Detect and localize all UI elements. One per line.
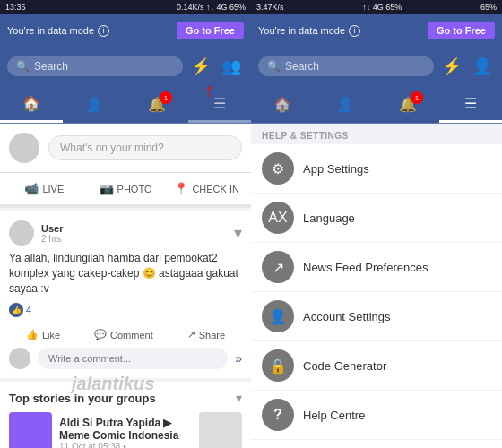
go-free-btn-left[interactable]: Go to Free <box>177 22 244 39</box>
search-placeholder-right: Search <box>285 60 319 73</box>
tab-friends-right[interactable]: 👤 <box>314 86 376 123</box>
messenger-icon-left[interactable]: ⚡ <box>188 54 213 79</box>
group-image-right <box>199 412 242 448</box>
comment-input[interactable] <box>38 348 228 369</box>
share-action-icon: ↗ <box>187 329 195 340</box>
menu-label-app-settings: App Settings <box>303 162 369 176</box>
comment-btn[interactable]: 💬 Comment <box>94 329 153 340</box>
groups-chevron-icon[interactable]: ▾ <box>236 391 242 405</box>
user-avatar <box>9 133 39 163</box>
go-free-btn-right[interactable]: Go to Free <box>428 22 495 39</box>
code-generator-icon: 🔒 <box>262 349 294 382</box>
menu-item-news-feed[interactable]: ↗ News Feed Preferences <box>251 243 502 292</box>
post-item: User 2 hrs ▾ Ya allah, lindungilah hamba… <box>0 211 251 378</box>
like-count: 👍 4 <box>9 303 242 317</box>
left-panel: 13:35 0.14K/s ↑↓ 4G 65% You're in data m… <box>0 0 251 448</box>
status-icons-left: 0.14K/s ↑↓ 4G 65% <box>177 3 246 12</box>
menu-label-account-settings: Account Settings <box>303 310 391 323</box>
post-meta: User 2 hrs <box>41 223 63 244</box>
post-chevron-down-icon[interactable]: ▾ <box>234 223 242 243</box>
app-settings-icon: ⚙ <box>262 152 294 185</box>
data-mode-bar-right: You're in data mode i Go to Free <box>251 14 502 47</box>
menu-label-help-centre: Help Centre <box>303 409 365 422</box>
live-icon: 📹 <box>24 182 39 195</box>
friends-tab-icon: 👤 <box>85 96 103 113</box>
notification-badge: 1 <box>160 91 172 104</box>
data-mode-text-right: You're in data mode i <box>258 25 360 37</box>
post-avatar <box>9 220 34 246</box>
menu-item-activity-log[interactable]: ☰ Activity Log <box>251 440 502 448</box>
checkin-icon: 📍 <box>174 182 188 195</box>
right-panel: 3.47K/s ↑↓ 4G 65% 65% You're in data mod… <box>251 0 502 448</box>
friends-icon-left[interactable]: 👥 <box>219 54 244 79</box>
notification-badge-right: 1 <box>411 91 423 104</box>
menu-item-account-settings[interactable]: 👤 Account Settings <box>251 292 502 341</box>
menu-label-code-generator: Code Generator <box>303 359 386 373</box>
menu-item-language[interactable]: AX Language <box>251 194 502 243</box>
tab-notifications[interactable]: 🔔 1 <box>126 86 188 123</box>
status-bar-right: 3.47K/s ↑↓ 4G 65% 65% <box>251 0 502 14</box>
tab-hamburger-right[interactable]: ☰ <box>439 86 502 123</box>
friends-icon-right: 👤 <box>336 96 354 113</box>
people-icon-right[interactable]: 👤 <box>470 54 495 79</box>
home-icon-right: 🏠 <box>273 96 291 113</box>
search-icon-right: 🔍 <box>267 60 281 73</box>
menu-item-app-settings[interactable]: ⚙ App Settings <box>251 144 502 194</box>
share-btn[interactable]: ↗ Share <box>187 329 225 340</box>
tab-notifications-right[interactable]: 🔔 1 <box>376 86 439 123</box>
data-mode-bar-left: You're in data mode i Go to Free <box>0 14 251 47</box>
comment-action-icon: 💬 <box>94 329 107 340</box>
search-box-left[interactable]: 🔍 Search <box>7 56 183 76</box>
search-box-right[interactable]: 🔍 Search <box>258 56 434 76</box>
post-actions: 👍 Like 💬 Comment ↗ Share <box>9 323 242 340</box>
menu-item-help-centre[interactable]: ? Help Centre <box>251 391 502 440</box>
mind-input[interactable]: What's on your mind? <box>48 135 242 160</box>
send-icon[interactable]: » <box>235 351 242 366</box>
menu-section-title: HELP & SETTINGS <box>251 124 502 144</box>
like-btn[interactable]: 👍 Like <box>26 329 60 340</box>
status-bar-left: 13:35 0.14K/s ↑↓ 4G 65% <box>0 0 251 14</box>
action-buttons-row: 📹 LIVE 📷 PHOTO 📍 CHECK IN <box>0 173 251 208</box>
battery-right: 65% <box>480 3 497 12</box>
data-mode-text-left: You're in data mode i <box>7 25 109 37</box>
post-username: User <box>41 223 63 234</box>
groups-header: Top stories in your groups ▾ <box>9 391 242 405</box>
menu-label-language: Language <box>303 211 355 225</box>
comment-avatar <box>9 348 30 369</box>
group-item[interactable]: Aldi Si Putra Yapida ▶ Meme Comic Indone… <box>9 412 242 448</box>
settings-menu: HELP & SETTINGS ⚙ App Settings AX Langua… <box>251 124 502 448</box>
messenger-icon-right[interactable]: ⚡ <box>439 54 464 79</box>
post-header: User 2 hrs ▾ <box>9 220 242 246</box>
time-left: 13:35 <box>5 3 26 12</box>
status-icons-right: ↑↓ 4G 65% <box>362 3 402 12</box>
hamburger-icon: ☰ <box>213 95 226 112</box>
info-icon-right: i <box>349 25 360 37</box>
like-thumb-icon: 👍 <box>9 303 23 317</box>
post-user: User 2 hrs <box>9 220 63 246</box>
groups-section: Top stories in your groups ▾ Aldi Si Put… <box>0 382 251 448</box>
tab-home-right[interactable]: 🏠 <box>251 86 314 123</box>
groups-title: Top stories in your groups <box>9 392 156 405</box>
tab-home[interactable]: 🏠 <box>0 86 63 123</box>
group-meta: 11 Oct at 05:38 • <box>59 442 192 448</box>
help-centre-icon: ? <box>262 399 294 431</box>
tab-hamburger[interactable]: ☰ <box>188 86 251 123</box>
whats-on-mind-section: What's on your mind? <box>0 124 251 173</box>
checkin-btn[interactable]: 📍 CHECK IN <box>166 178 247 199</box>
home-icon: 🏠 <box>22 95 40 112</box>
info-icon-left: i <box>98 25 109 37</box>
language-icon: AX <box>262 202 294 234</box>
like-action-icon: 👍 <box>26 329 39 340</box>
tab-bar-right: 🏠 👤 🔔 1 ☰ <box>251 86 502 124</box>
photo-icon: 📷 <box>100 182 114 195</box>
red-arrow: ↑ <box>204 79 214 102</box>
nav-bar-right: 🔍 Search ⚡ 👤 <box>251 47 502 86</box>
search-placeholder-left: Search <box>34 60 68 73</box>
menu-item-code-generator[interactable]: 🔒 Code Generator <box>251 341 502 391</box>
tab-friends[interactable]: 👤 <box>63 86 126 123</box>
news-feed-icon: ↗ <box>262 251 294 283</box>
live-btn[interactable]: 📹 LIVE <box>4 178 85 199</box>
speed-right: 3.47K/s <box>256 3 284 12</box>
photo-btn[interactable]: 📷 PHOTO <box>85 178 167 199</box>
account-settings-icon: 👤 <box>262 300 294 332</box>
